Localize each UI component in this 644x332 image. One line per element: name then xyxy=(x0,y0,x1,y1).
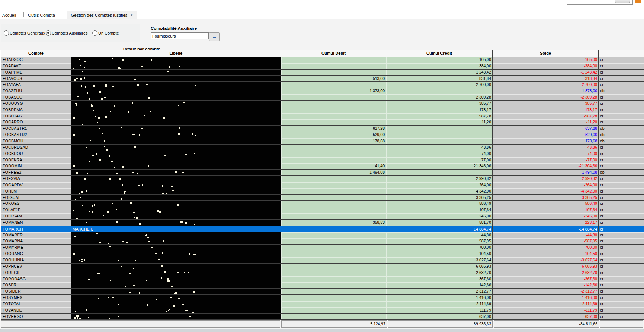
cumul-credit-cell xyxy=(386,170,493,176)
redacted-speck xyxy=(108,243,109,244)
tab-separator xyxy=(23,12,24,17)
cumul-credit-cell: 987,78 xyxy=(386,113,493,120)
table-row[interactable]: FOSFR142,66-142,66cr xyxy=(1,282,644,289)
table-row[interactable]: FOORANG104,50-104,50cr xyxy=(1,251,644,257)
radio-comptes-generaux-label[interactable]: Comptes Généraux xyxy=(10,31,45,35)
table-row[interactable]: FOSIDER2 312,77-2 312,77cr xyxy=(1,289,644,295)
browse-button[interactable]: ... xyxy=(209,32,220,41)
cumul-credit-cell: 831,84 xyxy=(386,76,493,82)
table-row[interactable]: FODOMIN41,4021 346,06-21 304,66cr xyxy=(1,163,644,170)
table-row[interactable]: FOFSVIA2 990,82-2 990,82cr xyxy=(1,176,644,182)
orange-accent-icon xyxy=(635,0,641,3)
header-solde[interactable]: Solde xyxy=(493,50,599,57)
indicator-cell: cr xyxy=(599,119,644,126)
header-cumul-credit[interactable]: Cumul Crédit xyxy=(386,50,493,57)
comptabilite-auxiliaire-input[interactable] xyxy=(151,32,209,39)
table-row[interactable]: FOCBASTR1637,28637,28db xyxy=(1,126,644,132)
radio-comptes-generaux[interactable] xyxy=(4,30,9,36)
libelle-cell xyxy=(71,207,281,213)
table-row[interactable]: FOCBROU74,00-74,00cr xyxy=(1,151,644,157)
redacted-speck xyxy=(133,285,135,286)
table-row[interactable]: FOSYMEX1 416,00-1 416,00cr xyxy=(1,295,644,301)
redacted-speck xyxy=(79,59,80,60)
table-row[interactable]: FOFREE21 494,081 494,08db xyxy=(1,170,644,176)
table-row[interactable]: FOAPPME1 243,42-1 243,42cr xyxy=(1,70,644,76)
table-row[interactable]: FOOUHNIA3 027,64-3 027,64cr xyxy=(1,257,644,264)
table-row[interactable]: FOBOUYG385,77-385,77cr xyxy=(1,101,644,107)
table-row[interactable]: FOAYAFA2 700,00-2 700,00cr xyxy=(1,82,644,88)
redacted-speck xyxy=(84,77,85,79)
header-cumul-debit[interactable]: Cumul Débit xyxy=(281,50,386,57)
table-row[interactable]: FOPHCEV6 065,93-6 065,93cr xyxy=(1,264,644,270)
cumul-credit-cell: 142,66 xyxy=(386,282,493,289)
compte-cell: FOSFR xyxy=(1,282,71,289)
solde-cell: -173,17 xyxy=(493,107,599,113)
radio-comptes-auxiliaires[interactable] xyxy=(46,30,51,36)
table-row[interactable]: FOBUTAG987,78-987,78cr xyxy=(1,113,644,120)
redacted-speck xyxy=(118,67,120,69)
redacted-speck xyxy=(116,221,118,223)
compte-cell: FOCBASTR1 xyxy=(1,126,71,132)
table-row[interactable]: FOAVOUS513,00831,84-318,84cr xyxy=(1,76,644,82)
table-row[interactable]: FOCBRDSAD43,86-43,86cr xyxy=(1,145,644,151)
table-row[interactable]: FOVANDE111,79-111,79cr xyxy=(1,307,644,314)
table-row[interactable]: FOVERGO637,00-637,00cr xyxy=(1,314,644,320)
table-row[interactable]: FORODASG367,60-367,60cr xyxy=(1,276,644,283)
table-row[interactable]: FOAPAVE384,00-384,00cr xyxy=(1,63,644,70)
redacted-speck xyxy=(73,134,75,136)
quick-search-button[interactable] xyxy=(615,0,630,3)
solde-cell: -223,17 xyxy=(493,220,599,226)
radio-comptes-auxiliaires-label[interactable]: Comptes Auxiliaires xyxy=(52,31,88,35)
redacted-speck xyxy=(102,133,103,134)
table-row[interactable]: FOMANEN358,53581,70-223,17cr xyxy=(1,220,644,226)
solde-cell: -2 990,82 xyxy=(493,176,599,182)
libelle-cell xyxy=(71,163,281,170)
table-row[interactable]: FOBREMA173,17-173,17cr xyxy=(1,107,644,113)
table-row[interactable]: FOMYRME700,00-700,00cr xyxy=(1,245,644,251)
table-row[interactable]: FOGARDV264,00-264,00cr xyxy=(1,182,644,188)
solde-cell: 529,00 xyxy=(493,132,599,138)
close-icon[interactable]: × xyxy=(131,13,133,17)
table-row[interactable]: FOMARFR44,80-44,80cr xyxy=(1,232,644,239)
table-row[interactable]: FOTOTAL2 114,69-2 114,69cr xyxy=(1,301,644,307)
compte-cell: FOMARFR xyxy=(1,232,71,239)
table-row[interactable]: FODEKRA77,00-77,00cr xyxy=(1,157,644,164)
redacted-speck xyxy=(121,127,122,128)
redacted-speck xyxy=(164,155,166,156)
table-row[interactable]: FOCBMOU178,68178,68db xyxy=(1,138,644,145)
table-row[interactable]: FOLESAM245,00-245,00cr xyxy=(1,213,644,220)
redacted-speck xyxy=(142,184,143,186)
compte-cell: FOFREE2 xyxy=(1,170,71,176)
redacted-speck xyxy=(158,93,160,93)
table-row[interactable]: FOKOES586,49-586,49cr xyxy=(1,201,644,207)
table-row[interactable]: FOLAFJE107,64-107,64cr xyxy=(1,207,644,213)
compte-cell: FOSIDER xyxy=(1,289,71,295)
redacted-speck xyxy=(81,259,83,260)
table-row[interactable]: FOBASCO2 309,28-2 309,28cr xyxy=(1,94,644,101)
solde-cell: -111,79 xyxy=(493,307,599,314)
table-row[interactable]: FOAZEHU1 373,001 373,00db xyxy=(1,88,644,94)
libelle-cell xyxy=(71,119,281,126)
table-row[interactable]: FOIGUAL3 305,25-3 305,25cr xyxy=(1,195,644,201)
table-row[interactable]: FOHLM4 342,00-4 342,00cr xyxy=(1,188,644,195)
redacted-speck xyxy=(195,85,196,86)
tab-outils-compta[interactable]: Outils Compta xyxy=(28,13,55,17)
header-compte[interactable]: Compte xyxy=(1,50,71,57)
tab-accueil[interactable]: Accueil xyxy=(2,13,16,17)
redacted-speck xyxy=(133,268,134,269)
radio-un-compte[interactable] xyxy=(92,30,97,36)
indicator-cell: cr xyxy=(599,213,644,220)
cumul-credit-cell: 637,00 xyxy=(386,314,493,320)
radio-un-compte-label[interactable]: Un Compte xyxy=(98,31,119,35)
header-libelle[interactable]: Libellé xyxy=(71,50,281,57)
table-row[interactable]: FOMARCHMARCHE U14 884,74-14 884,74cr xyxy=(1,226,644,232)
redacted-speck xyxy=(104,146,105,147)
tab-gestion-comptes-justifies[interactable]: Gestion des Comptes justifiés × xyxy=(67,11,137,19)
redacted-speck xyxy=(77,96,79,97)
table-row[interactable]: FOCBASTR2529,00529,00db xyxy=(1,132,644,138)
table-row[interactable]: FOMARNA587,95-587,95cr xyxy=(1,238,644,245)
table-row[interactable]: FOADSOC105,00-105,00cr xyxy=(1,57,644,63)
table-row[interactable]: FOCARRO11,20-11,20cr xyxy=(1,119,644,126)
solde-cell: -637,00 xyxy=(493,314,599,320)
table-row[interactable]: FOREGIE2 632,70-2 632,70cr xyxy=(1,270,644,276)
